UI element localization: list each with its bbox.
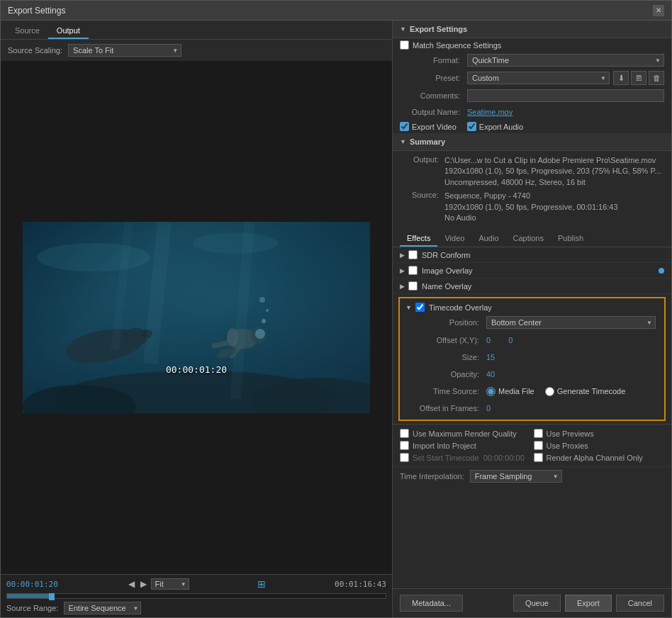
set-start-timecode-checkbox[interactable] — [400, 453, 409, 462]
tc-time-source-row: Time Source: Media File Generate Timecod… — [403, 383, 661, 400]
preset-buttons: ⬇ 🖹 🗑 — [613, 71, 664, 85]
timeline-handle[interactable] — [49, 593, 55, 600]
comments-input[interactable] — [467, 89, 664, 102]
title-bar: Export Settings ✕ — [1, 1, 671, 21]
tc-size-label: Size: — [408, 353, 479, 361]
time-interpolation-select[interactable]: Frame Sampling Frame Blending Optical Fl… — [470, 470, 562, 483]
svg-point-1 — [193, 232, 278, 254]
import-into-project-checkbox[interactable] — [400, 441, 409, 450]
export-video-checkbox[interactable] — [400, 122, 409, 131]
max-render-quality-checkbox[interactable] — [400, 429, 409, 438]
tc-offset-frames-value[interactable]: 0 — [486, 404, 491, 412]
output-name-link[interactable]: Seatime.mov — [467, 108, 513, 116]
tc-offset-x[interactable]: 0 — [486, 336, 491, 344]
summary-header[interactable]: ▼ Summary — [393, 133, 671, 151]
summary-title: Summary — [410, 137, 445, 146]
export-audio-label: Export Audio — [467, 122, 523, 131]
tab-source[interactable]: Source — [6, 23, 48, 39]
svg-point-12 — [262, 319, 266, 323]
tc-offset-frames-label: Offset in Frames: — [408, 404, 479, 412]
export-audio-text: Export Audio — [479, 123, 523, 131]
video-area: 00:00:01:20 — [1, 61, 392, 574]
source-scaling-select[interactable]: Scale To Fit Scale To Fill Stretch To Fi… — [68, 44, 181, 57]
timecode-overlay-toggle: ▼ — [405, 304, 412, 311]
import-into-project-item: Import Into Project — [400, 441, 531, 450]
media-file-radio[interactable] — [486, 387, 495, 396]
match-sequence-row: Match Sequence Settings — [393, 38, 671, 52]
preset-delete-btn[interactable]: 🗑 — [649, 71, 664, 85]
tc-offset-separator — [496, 336, 503, 344]
render-alpha-checkbox[interactable] — [534, 453, 543, 462]
match-sequence-checkbox[interactable] — [400, 40, 409, 50]
name-overlay-checkbox[interactable] — [408, 281, 418, 291]
comments-label: Comments: — [400, 91, 460, 100]
output-name-label: Output Name: — [400, 108, 460, 116]
tc-offset-y[interactable]: 0 — [508, 336, 513, 344]
set-start-timecode-item: Set Start Timecode 00:00:00:00 — [400, 453, 531, 462]
source-scaling-select-wrapper: Scale To Fit Scale To Fill Stretch To Fi… — [68, 44, 181, 57]
dialog-title: Export Settings — [8, 6, 65, 16]
next-frame-btn[interactable]: ▶ — [139, 578, 148, 590]
tab-publish[interactable]: Publish — [551, 231, 590, 247]
fit-select[interactable]: Fit 25% 50% 100% — [151, 578, 189, 590]
name-overlay-toggle[interactable]: ▶ — [400, 283, 405, 290]
timecode-overlay-header[interactable]: ▼ Timecode Overlay — [403, 301, 661, 313]
tc-time-source-label: Time Source: — [408, 387, 479, 395]
render-alpha-item: Render Alpha Channel Only — [534, 453, 665, 462]
timeline-scrubber[interactable] — [6, 593, 386, 599]
image-overlay-toggle[interactable]: ▶ — [400, 267, 405, 274]
metadata-button[interactable]: Metadata... — [400, 595, 463, 612]
preset-select-wrapper: Custom Match Source - High bitrate — [467, 72, 610, 84]
preset-select[interactable]: Custom Match Source - High bitrate — [467, 72, 610, 84]
tc-position-select[interactable]: Bottom Center Top Left Top Center Top Ri… — [486, 316, 656, 329]
tc-size-value[interactable]: 15 — [486, 353, 495, 361]
sdr-conform-checkbox[interactable] — [408, 250, 418, 259]
tab-output[interactable]: Output — [48, 23, 89, 39]
export-settings-header[interactable]: ▼ Export Settings — [393, 21, 671, 38]
tab-video[interactable]: Video — [437, 231, 471, 247]
tc-opacity-value[interactable]: 40 — [486, 370, 495, 378]
export-audio-checkbox[interactable] — [467, 122, 476, 131]
summary-output-row: Output: C:\User...w to Cut a Clip in Ado… — [400, 154, 664, 189]
cancel-button[interactable]: Cancel — [616, 595, 664, 612]
video-preview: 00:00:01:20 — [23, 222, 370, 413]
use-proxies-checkbox[interactable] — [534, 441, 543, 450]
svg-line-18 — [150, 222, 164, 364]
preset-row: Preset: Custom Match Source - High bitra… — [393, 69, 671, 87]
tab-effects[interactable]: Effects — [400, 231, 437, 247]
preset-label: Preset: — [400, 74, 460, 82]
render-alpha-label: Render Alpha Channel Only — [547, 454, 643, 462]
timecode-overlay-section: ▼ Timecode Overlay Position: Bottom Cent… — [398, 297, 666, 421]
svg-point-7 — [255, 329, 265, 339]
svg-point-0 — [37, 243, 150, 271]
queue-button[interactable]: Queue — [513, 595, 561, 612]
output-name-row: Output Name: Seatime.mov — [393, 104, 671, 120]
time-interpolation-label: Time Interpolation: — [400, 472, 464, 481]
settings-icon-btn[interactable]: ⊞ — [257, 578, 266, 590]
use-proxies-label: Use Proxies — [547, 442, 588, 450]
format-select-wrapper: QuickTime H.264 HEVC ProRes — [467, 54, 664, 67]
tab-audio[interactable]: Audio — [471, 231, 505, 247]
sdr-toggle[interactable]: ▶ — [400, 252, 405, 259]
export-settings-dialog: Export Settings ✕ Source Output Source S… — [0, 0, 672, 618]
export-button[interactable]: Export — [565, 595, 612, 612]
image-overlay-checkbox[interactable] — [408, 266, 418, 275]
source-range-select[interactable]: Entire Sequence Work Area In to Out — [64, 602, 141, 614]
right-scroll-content[interactable]: ▼ Export Settings Match Sequence Setting… — [393, 21, 671, 588]
summary-source-row: Source: Sequence, Puppy - 4740 1920x1080… — [400, 189, 664, 225]
summary-source-label: Source: — [400, 191, 439, 223]
format-select[interactable]: QuickTime H.264 HEVC ProRes — [467, 54, 664, 67]
close-button[interactable]: ✕ — [653, 5, 664, 16]
underwater-scene — [23, 222, 370, 413]
time-source-radio-group: Media File Generate Timecode — [486, 387, 625, 396]
timecode-overlay-checkbox[interactable] — [415, 303, 425, 312]
prev-frame-btn[interactable]: ◀ — [127, 578, 136, 590]
video-controls: 00:00:01:20 ◀ ▶ Fit 25% 50% 100% — [1, 574, 392, 617]
use-proxies-item: Use Proxies — [534, 441, 665, 450]
generate-timecode-radio[interactable] — [545, 387, 554, 396]
preset-save-btn[interactable]: ⬇ — [613, 71, 629, 85]
preset-import-btn[interactable]: 🖹 — [631, 71, 646, 85]
tab-captions[interactable]: Captions — [506, 231, 551, 247]
summary-output-value: C:\User...w to Cut a Clip in Adobe Premi… — [444, 155, 664, 188]
use-previews-checkbox[interactable] — [534, 429, 543, 438]
